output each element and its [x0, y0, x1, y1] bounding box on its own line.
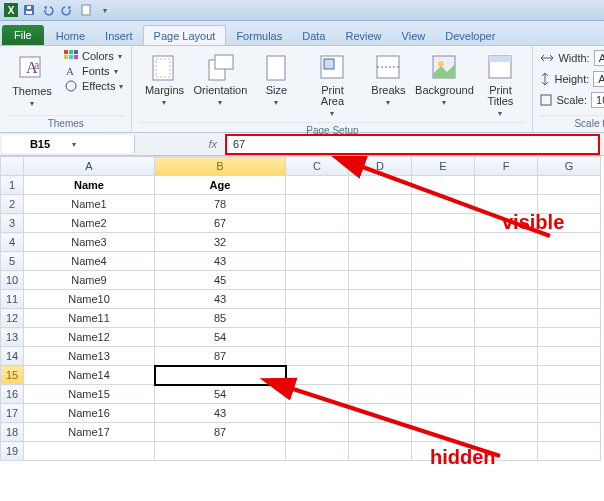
- fonts-button[interactable]: AFonts▾: [62, 64, 125, 78]
- row-header-12[interactable]: 12: [1, 309, 24, 328]
- cell-G14[interactable]: [538, 347, 601, 366]
- cell-B4[interactable]: 32: [155, 233, 286, 252]
- themes-button[interactable]: Aa Themes▾: [6, 49, 58, 110]
- cell-A18[interactable]: Name17: [24, 423, 155, 442]
- row-header-3[interactable]: 3: [1, 214, 24, 233]
- cell-A13[interactable]: Name12: [24, 328, 155, 347]
- colors-button[interactable]: Colors▾: [62, 49, 125, 63]
- cell-C15[interactable]: [286, 366, 349, 385]
- name-box[interactable]: ▾: [2, 135, 135, 153]
- cell-C10[interactable]: [286, 271, 349, 290]
- cell-F19[interactable]: [475, 442, 538, 461]
- col-header-F[interactable]: F: [475, 157, 538, 176]
- orientation-button[interactable]: Orientation▾: [194, 49, 246, 109]
- cell-C17[interactable]: [286, 404, 349, 423]
- cell-B12[interactable]: 85: [155, 309, 286, 328]
- cell-B16[interactable]: 54: [155, 385, 286, 404]
- row-header-2[interactable]: 2: [1, 195, 24, 214]
- cell-G18[interactable]: [538, 423, 601, 442]
- cell-G4[interactable]: [538, 233, 601, 252]
- tab-view[interactable]: View: [392, 26, 436, 45]
- cell-F5[interactable]: [475, 252, 538, 271]
- cell-D17[interactable]: [349, 404, 412, 423]
- width-row[interactable]: Width:Automatic: [539, 49, 604, 67]
- cell-B5[interactable]: 43: [155, 252, 286, 271]
- cell-B1[interactable]: Age: [155, 176, 286, 195]
- cell-A11[interactable]: Name10: [24, 290, 155, 309]
- cell-A1[interactable]: Name: [24, 176, 155, 195]
- print-titles-button[interactable]: Print Titles▾: [474, 49, 526, 120]
- qat-save-icon[interactable]: [21, 2, 37, 18]
- name-box-dropdown-icon[interactable]: ▾: [72, 140, 76, 149]
- tab-formulas[interactable]: Formulas: [226, 26, 292, 45]
- cell-F15[interactable]: [475, 366, 538, 385]
- cell-C12[interactable]: [286, 309, 349, 328]
- cell-G2[interactable]: [538, 195, 601, 214]
- cell-E3[interactable]: [412, 214, 475, 233]
- cell-E12[interactable]: [412, 309, 475, 328]
- col-header-D[interactable]: D: [349, 157, 412, 176]
- cell-D18[interactable]: [349, 423, 412, 442]
- cell-F14[interactable]: [475, 347, 538, 366]
- cell-G10[interactable]: [538, 271, 601, 290]
- tab-developer[interactable]: Developer: [435, 26, 505, 45]
- cell-G16[interactable]: [538, 385, 601, 404]
- cell-E17[interactable]: [412, 404, 475, 423]
- cell-E2[interactable]: [412, 195, 475, 214]
- cell-E13[interactable]: [412, 328, 475, 347]
- row-header-15[interactable]: 15: [1, 366, 24, 385]
- row-header-19[interactable]: 19: [1, 442, 24, 461]
- cell-F4[interactable]: [475, 233, 538, 252]
- cell-E14[interactable]: [412, 347, 475, 366]
- row-header-11[interactable]: 11: [1, 290, 24, 309]
- cell-A2[interactable]: Name1: [24, 195, 155, 214]
- row-header-5[interactable]: 5: [1, 252, 24, 271]
- cell-G13[interactable]: [538, 328, 601, 347]
- cell-E19[interactable]: [412, 442, 475, 461]
- cell-C13[interactable]: [286, 328, 349, 347]
- cell-A14[interactable]: Name13: [24, 347, 155, 366]
- cell-F16[interactable]: [475, 385, 538, 404]
- row-header-1[interactable]: 1: [1, 176, 24, 195]
- cell-F1[interactable]: [475, 176, 538, 195]
- cell-G12[interactable]: [538, 309, 601, 328]
- cell-E15[interactable]: [412, 366, 475, 385]
- cell-A3[interactable]: Name2: [24, 214, 155, 233]
- tab-file[interactable]: File: [2, 25, 44, 45]
- cell-G11[interactable]: [538, 290, 601, 309]
- cell-E4[interactable]: [412, 233, 475, 252]
- qat-doc-icon[interactable]: [78, 2, 94, 18]
- row-header-10[interactable]: 10: [1, 271, 24, 290]
- cell-D14[interactable]: [349, 347, 412, 366]
- cell-A19[interactable]: [24, 442, 155, 461]
- cell-F13[interactable]: [475, 328, 538, 347]
- print-area-button[interactable]: Print Area▾: [306, 49, 358, 120]
- cell-B13[interactable]: 54: [155, 328, 286, 347]
- cell-D4[interactable]: [349, 233, 412, 252]
- fx-label[interactable]: fx: [137, 138, 225, 150]
- cell-E5[interactable]: [412, 252, 475, 271]
- tab-page-layout[interactable]: Page Layout: [143, 25, 227, 45]
- cell-B14[interactable]: 87: [155, 347, 286, 366]
- cell-D19[interactable]: [349, 442, 412, 461]
- cell-G5[interactable]: [538, 252, 601, 271]
- cell-E10[interactable]: [412, 271, 475, 290]
- size-button[interactable]: Size▾: [250, 49, 302, 109]
- cell-C3[interactable]: [286, 214, 349, 233]
- row-header-18[interactable]: 18: [1, 423, 24, 442]
- cell-F10[interactable]: [475, 271, 538, 290]
- cell-B11[interactable]: 43: [155, 290, 286, 309]
- cell-C2[interactable]: [286, 195, 349, 214]
- cell-E18[interactable]: [412, 423, 475, 442]
- row-header-4[interactable]: 4: [1, 233, 24, 252]
- tab-insert[interactable]: Insert: [95, 26, 143, 45]
- margins-button[interactable]: Margins▾: [138, 49, 190, 109]
- qat-customize-icon[interactable]: ▾: [97, 2, 113, 18]
- cell-D11[interactable]: [349, 290, 412, 309]
- cell-D16[interactable]: [349, 385, 412, 404]
- cell-C5[interactable]: [286, 252, 349, 271]
- name-box-input[interactable]: [8, 137, 72, 151]
- tab-data[interactable]: Data: [292, 26, 335, 45]
- cell-E16[interactable]: [412, 385, 475, 404]
- breaks-button[interactable]: Breaks▾: [362, 49, 414, 109]
